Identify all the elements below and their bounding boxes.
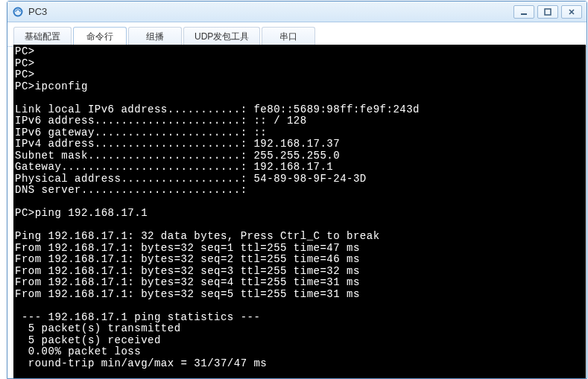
minimize-icon [520, 8, 528, 16]
app-icon [12, 6, 24, 18]
tab-multicast[interactable]: 组播 [128, 27, 182, 46]
tab-basic-config[interactable]: 基础配置 [13, 27, 72, 46]
close-icon [568, 8, 575, 16]
tab-udp-tool[interactable]: UDP发包工具 [183, 27, 260, 46]
terminal-text: PC> PC> PC> PC>ipconfig Link local IPv6 … [15, 45, 420, 378]
window-title: PC3 [28, 6, 47, 17]
terminal-output[interactable]: PC> PC> PC> PC>ipconfig Link local IPv6 … [13, 45, 586, 378]
tab-serial[interactable]: 串口 [262, 27, 315, 46]
window-controls [513, 5, 582, 19]
close-button[interactable] [561, 5, 582, 19]
maximize-icon [544, 8, 551, 16]
svg-point-0 [14, 7, 22, 16]
app-window: PC3 基础配置 命令行 组播 UDP发包工具 串口 PC> PC> PC> P… [7, 1, 587, 379]
tab-cli[interactable]: 命令行 [73, 27, 127, 46]
tab-row: 基础配置 命令行 组播 UDP发包工具 串口 [7, 22, 587, 47]
svg-rect-1 [521, 13, 527, 15]
svg-rect-2 [545, 9, 551, 15]
maximize-button[interactable] [537, 5, 558, 19]
titlebar[interactable]: PC3 [7, 1, 587, 22]
minimize-button[interactable] [513, 5, 534, 19]
